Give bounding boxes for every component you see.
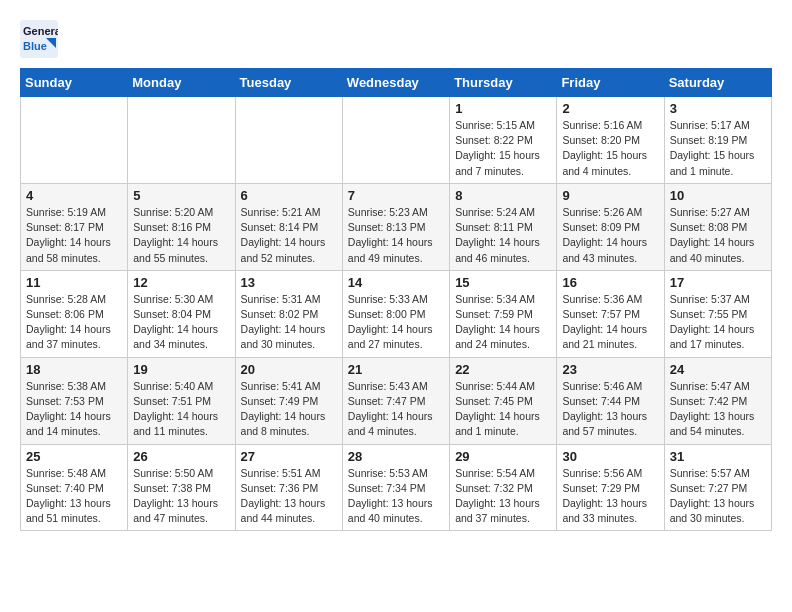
- day-info: Sunrise: 5:34 AMSunset: 7:59 PMDaylight:…: [455, 292, 551, 353]
- calendar-cell: 6Sunrise: 5:21 AMSunset: 8:14 PMDaylight…: [235, 183, 342, 270]
- calendar-cell: 15Sunrise: 5:34 AMSunset: 7:59 PMDayligh…: [450, 270, 557, 357]
- day-info: Sunrise: 5:46 AMSunset: 7:44 PMDaylight:…: [562, 379, 658, 440]
- svg-text:General: General: [23, 25, 58, 37]
- svg-text:Blue: Blue: [23, 40, 47, 52]
- calendar-cell: 12Sunrise: 5:30 AMSunset: 8:04 PMDayligh…: [128, 270, 235, 357]
- calendar-cell: 14Sunrise: 5:33 AMSunset: 8:00 PMDayligh…: [342, 270, 449, 357]
- calendar-cell: 30Sunrise: 5:56 AMSunset: 7:29 PMDayligh…: [557, 444, 664, 531]
- logo-icon: General Blue: [20, 20, 58, 58]
- calendar-cell: 10Sunrise: 5:27 AMSunset: 8:08 PMDayligh…: [664, 183, 771, 270]
- weekday-header-saturday: Saturday: [664, 69, 771, 97]
- day-number: 2: [562, 101, 658, 116]
- day-info: Sunrise: 5:26 AMSunset: 8:09 PMDaylight:…: [562, 205, 658, 266]
- day-info: Sunrise: 5:53 AMSunset: 7:34 PMDaylight:…: [348, 466, 444, 527]
- weekday-header-wednesday: Wednesday: [342, 69, 449, 97]
- calendar-cell: 29Sunrise: 5:54 AMSunset: 7:32 PMDayligh…: [450, 444, 557, 531]
- calendar-cell: 18Sunrise: 5:38 AMSunset: 7:53 PMDayligh…: [21, 357, 128, 444]
- day-number: 28: [348, 449, 444, 464]
- week-row-5: 25Sunrise: 5:48 AMSunset: 7:40 PMDayligh…: [21, 444, 772, 531]
- calendar-cell: [235, 97, 342, 184]
- day-number: 21: [348, 362, 444, 377]
- day-info: Sunrise: 5:57 AMSunset: 7:27 PMDaylight:…: [670, 466, 766, 527]
- weekday-header-sunday: Sunday: [21, 69, 128, 97]
- day-number: 7: [348, 188, 444, 203]
- day-info: Sunrise: 5:54 AMSunset: 7:32 PMDaylight:…: [455, 466, 551, 527]
- calendar-cell: 21Sunrise: 5:43 AMSunset: 7:47 PMDayligh…: [342, 357, 449, 444]
- calendar-cell: 27Sunrise: 5:51 AMSunset: 7:36 PMDayligh…: [235, 444, 342, 531]
- calendar-cell: 9Sunrise: 5:26 AMSunset: 8:09 PMDaylight…: [557, 183, 664, 270]
- day-info: Sunrise: 5:21 AMSunset: 8:14 PMDaylight:…: [241, 205, 337, 266]
- day-info: Sunrise: 5:56 AMSunset: 7:29 PMDaylight:…: [562, 466, 658, 527]
- day-info: Sunrise: 5:19 AMSunset: 8:17 PMDaylight:…: [26, 205, 122, 266]
- calendar-cell: 24Sunrise: 5:47 AMSunset: 7:42 PMDayligh…: [664, 357, 771, 444]
- day-info: Sunrise: 5:24 AMSunset: 8:11 PMDaylight:…: [455, 205, 551, 266]
- logo: General Blue: [20, 20, 58, 58]
- calendar-cell: 19Sunrise: 5:40 AMSunset: 7:51 PMDayligh…: [128, 357, 235, 444]
- calendar-cell: 13Sunrise: 5:31 AMSunset: 8:02 PMDayligh…: [235, 270, 342, 357]
- calendar-cell: 5Sunrise: 5:20 AMSunset: 8:16 PMDaylight…: [128, 183, 235, 270]
- weekday-header-row: SundayMondayTuesdayWednesdayThursdayFrid…: [21, 69, 772, 97]
- calendar-cell: 26Sunrise: 5:50 AMSunset: 7:38 PMDayligh…: [128, 444, 235, 531]
- day-number: 24: [670, 362, 766, 377]
- day-number: 5: [133, 188, 229, 203]
- calendar-cell: [342, 97, 449, 184]
- day-info: Sunrise: 5:15 AMSunset: 8:22 PMDaylight:…: [455, 118, 551, 179]
- day-number: 25: [26, 449, 122, 464]
- day-number: 13: [241, 275, 337, 290]
- calendar-cell: [21, 97, 128, 184]
- calendar-cell: 3Sunrise: 5:17 AMSunset: 8:19 PMDaylight…: [664, 97, 771, 184]
- day-number: 3: [670, 101, 766, 116]
- calendar-cell: 4Sunrise: 5:19 AMSunset: 8:17 PMDaylight…: [21, 183, 128, 270]
- calendar-cell: 7Sunrise: 5:23 AMSunset: 8:13 PMDaylight…: [342, 183, 449, 270]
- day-info: Sunrise: 5:23 AMSunset: 8:13 PMDaylight:…: [348, 205, 444, 266]
- header: General Blue: [20, 20, 772, 58]
- day-number: 4: [26, 188, 122, 203]
- day-info: Sunrise: 5:37 AMSunset: 7:55 PMDaylight:…: [670, 292, 766, 353]
- day-number: 6: [241, 188, 337, 203]
- week-row-3: 11Sunrise: 5:28 AMSunset: 8:06 PMDayligh…: [21, 270, 772, 357]
- day-number: 22: [455, 362, 551, 377]
- calendar-cell: 16Sunrise: 5:36 AMSunset: 7:57 PMDayligh…: [557, 270, 664, 357]
- weekday-header-tuesday: Tuesday: [235, 69, 342, 97]
- day-info: Sunrise: 5:41 AMSunset: 7:49 PMDaylight:…: [241, 379, 337, 440]
- day-info: Sunrise: 5:43 AMSunset: 7:47 PMDaylight:…: [348, 379, 444, 440]
- calendar-cell: 25Sunrise: 5:48 AMSunset: 7:40 PMDayligh…: [21, 444, 128, 531]
- day-number: 19: [133, 362, 229, 377]
- day-number: 10: [670, 188, 766, 203]
- day-info: Sunrise: 5:28 AMSunset: 8:06 PMDaylight:…: [26, 292, 122, 353]
- day-number: 11: [26, 275, 122, 290]
- week-row-2: 4Sunrise: 5:19 AMSunset: 8:17 PMDaylight…: [21, 183, 772, 270]
- calendar-cell: 23Sunrise: 5:46 AMSunset: 7:44 PMDayligh…: [557, 357, 664, 444]
- day-number: 18: [26, 362, 122, 377]
- day-info: Sunrise: 5:31 AMSunset: 8:02 PMDaylight:…: [241, 292, 337, 353]
- day-number: 26: [133, 449, 229, 464]
- day-info: Sunrise: 5:17 AMSunset: 8:19 PMDaylight:…: [670, 118, 766, 179]
- weekday-header-thursday: Thursday: [450, 69, 557, 97]
- day-number: 12: [133, 275, 229, 290]
- day-number: 30: [562, 449, 658, 464]
- day-info: Sunrise: 5:33 AMSunset: 8:00 PMDaylight:…: [348, 292, 444, 353]
- day-info: Sunrise: 5:50 AMSunset: 7:38 PMDaylight:…: [133, 466, 229, 527]
- day-info: Sunrise: 5:51 AMSunset: 7:36 PMDaylight:…: [241, 466, 337, 527]
- day-number: 27: [241, 449, 337, 464]
- calendar-cell: 8Sunrise: 5:24 AMSunset: 8:11 PMDaylight…: [450, 183, 557, 270]
- day-number: 29: [455, 449, 551, 464]
- day-info: Sunrise: 5:20 AMSunset: 8:16 PMDaylight:…: [133, 205, 229, 266]
- calendar: SundayMondayTuesdayWednesdayThursdayFrid…: [20, 68, 772, 531]
- week-row-1: 1Sunrise: 5:15 AMSunset: 8:22 PMDaylight…: [21, 97, 772, 184]
- day-info: Sunrise: 5:48 AMSunset: 7:40 PMDaylight:…: [26, 466, 122, 527]
- calendar-cell: 1Sunrise: 5:15 AMSunset: 8:22 PMDaylight…: [450, 97, 557, 184]
- day-info: Sunrise: 5:47 AMSunset: 7:42 PMDaylight:…: [670, 379, 766, 440]
- day-info: Sunrise: 5:16 AMSunset: 8:20 PMDaylight:…: [562, 118, 658, 179]
- day-info: Sunrise: 5:30 AMSunset: 8:04 PMDaylight:…: [133, 292, 229, 353]
- day-info: Sunrise: 5:44 AMSunset: 7:45 PMDaylight:…: [455, 379, 551, 440]
- day-number: 20: [241, 362, 337, 377]
- weekday-header-monday: Monday: [128, 69, 235, 97]
- day-number: 15: [455, 275, 551, 290]
- calendar-cell: [128, 97, 235, 184]
- day-number: 16: [562, 275, 658, 290]
- calendar-cell: 11Sunrise: 5:28 AMSunset: 8:06 PMDayligh…: [21, 270, 128, 357]
- calendar-cell: 31Sunrise: 5:57 AMSunset: 7:27 PMDayligh…: [664, 444, 771, 531]
- week-row-4: 18Sunrise: 5:38 AMSunset: 7:53 PMDayligh…: [21, 357, 772, 444]
- calendar-cell: 22Sunrise: 5:44 AMSunset: 7:45 PMDayligh…: [450, 357, 557, 444]
